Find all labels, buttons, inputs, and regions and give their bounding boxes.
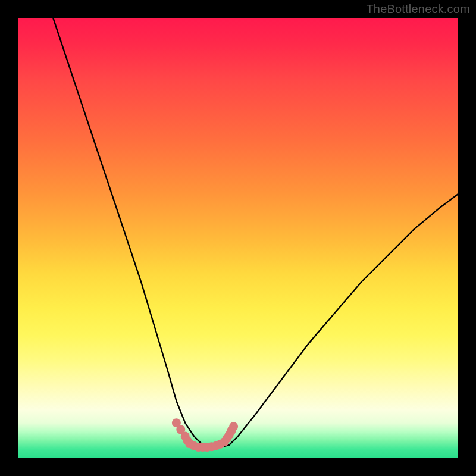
- bottleneck-curve: [53, 18, 458, 447]
- watermark-text: TheBottleneck.com: [366, 2, 470, 16]
- curve-marker: [229, 422, 238, 431]
- plot-area: [18, 18, 458, 458]
- curve-layer: [18, 18, 458, 458]
- curve-markers: [172, 418, 238, 452]
- chart-frame: TheBottleneck.com: [0, 0, 476, 476]
